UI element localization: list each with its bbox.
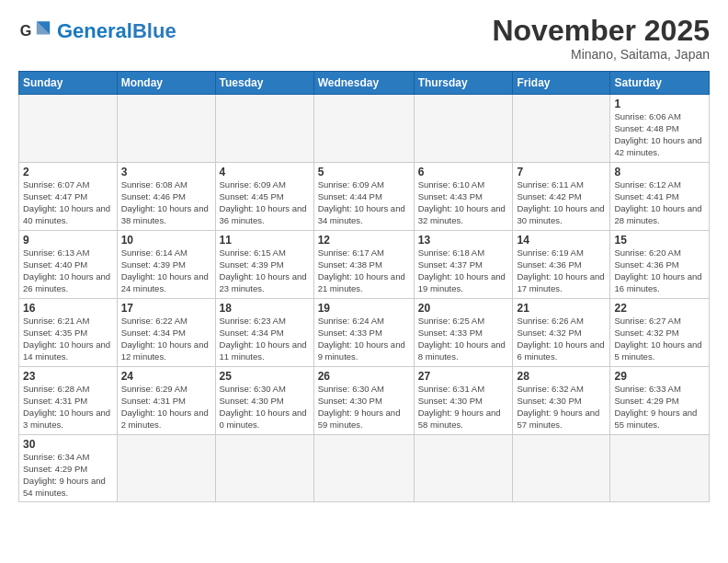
day-number: 27 <box>418 370 509 383</box>
day-info: Sunrise: 6:27 AM Sunset: 4:32 PM Dayligh… <box>614 316 705 362</box>
day-number: 1 <box>614 98 705 110</box>
day-info: Sunrise: 6:32 AM Sunset: 4:30 PM Dayligh… <box>517 384 606 431</box>
location: Minano, Saitama, Japan <box>492 47 710 62</box>
day-info: Sunrise: 6:10 AM Sunset: 4:43 PM Dayligh… <box>418 179 509 226</box>
day-info: Sunrise: 6:09 AM Sunset: 4:45 PM Dayligh… <box>220 179 310 226</box>
day-info: Sunrise: 6:08 AM Sunset: 4:46 PM Dayligh… <box>121 179 211 226</box>
logo-icon: G <box>18 15 51 48</box>
svg-text:G: G <box>20 22 32 39</box>
day-info: Sunrise: 6:23 AM Sunset: 4:34 PM Dayligh… <box>220 316 310 362</box>
day-info: Sunrise: 6:11 AM Sunset: 4:42 PM Dayligh… <box>517 179 606 226</box>
table-row: 3Sunrise: 6:08 AM Sunset: 4:46 PM Daylig… <box>117 163 215 231</box>
th-sunday: Sunday <box>19 72 118 95</box>
day-info: Sunrise: 6:26 AM Sunset: 4:32 PM Dayligh… <box>517 316 606 362</box>
day-number: 13 <box>418 234 509 247</box>
table-row: 23Sunrise: 6:28 AM Sunset: 4:31 PM Dayli… <box>19 367 118 435</box>
day-info: Sunrise: 6:19 AM Sunset: 4:36 PM Dayligh… <box>517 247 606 294</box>
day-info: Sunrise: 6:18 AM Sunset: 4:37 PM Dayligh… <box>418 247 509 294</box>
day-info: Sunrise: 6:14 AM Sunset: 4:39 PM Dayligh… <box>121 247 211 294</box>
table-row: 22Sunrise: 6:27 AM Sunset: 4:32 PM Dayli… <box>610 299 710 367</box>
day-info: Sunrise: 6:13 AM Sunset: 4:40 PM Dayligh… <box>23 247 113 294</box>
table-row <box>313 95 414 163</box>
table-row <box>215 435 313 502</box>
day-number: 6 <box>418 166 509 178</box>
th-tuesday: Tuesday <box>215 72 313 95</box>
table-row: 18Sunrise: 6:23 AM Sunset: 4:34 PM Dayli… <box>215 299 313 367</box>
month-title: November 2025 <box>492 15 710 47</box>
th-wednesday: Wednesday <box>313 72 414 95</box>
logo: G GeneralBlue <box>18 15 176 48</box>
day-number: 29 <box>614 370 705 383</box>
table-row <box>117 95 215 163</box>
table-row: 12Sunrise: 6:17 AM Sunset: 4:38 PM Dayli… <box>313 231 414 299</box>
day-number: 17 <box>121 302 211 315</box>
table-row: 11Sunrise: 6:15 AM Sunset: 4:39 PM Dayli… <box>215 231 313 299</box>
day-info: Sunrise: 6:31 AM Sunset: 4:30 PM Dayligh… <box>418 384 509 431</box>
day-number: 25 <box>220 370 310 383</box>
day-info: Sunrise: 6:09 AM Sunset: 4:44 PM Dayligh… <box>318 179 410 226</box>
table-row: 6Sunrise: 6:10 AM Sunset: 4:43 PM Daylig… <box>414 163 513 231</box>
day-number: 2 <box>23 166 113 178</box>
day-number: 20 <box>418 302 509 315</box>
day-number: 22 <box>614 302 705 315</box>
table-row: 1Sunrise: 6:06 AM Sunset: 4:48 PM Daylig… <box>610 95 710 163</box>
day-info: Sunrise: 6:07 AM Sunset: 4:47 PM Dayligh… <box>23 179 113 226</box>
day-number: 16 <box>23 302 113 315</box>
calendar-table: Sunday Monday Tuesday Wednesday Thursday… <box>18 71 710 502</box>
table-row <box>513 95 610 163</box>
day-number: 18 <box>220 302 310 315</box>
table-row: 21Sunrise: 6:26 AM Sunset: 4:32 PM Dayli… <box>513 299 610 367</box>
table-row: 7Sunrise: 6:11 AM Sunset: 4:42 PM Daylig… <box>513 163 610 231</box>
table-row: 8Sunrise: 6:12 AM Sunset: 4:41 PM Daylig… <box>610 163 710 231</box>
day-number: 14 <box>517 234 606 247</box>
page: G GeneralBlue November 2025 Minano, Sait… <box>0 0 728 511</box>
logo-blue: Blue <box>132 19 176 42</box>
table-row: 9Sunrise: 6:13 AM Sunset: 4:40 PM Daylig… <box>19 231 118 299</box>
day-number: 26 <box>318 370 410 383</box>
table-row: 17Sunrise: 6:22 AM Sunset: 4:34 PM Dayli… <box>117 299 215 367</box>
day-info: Sunrise: 6:06 AM Sunset: 4:48 PM Dayligh… <box>614 111 705 158</box>
day-info: Sunrise: 6:29 AM Sunset: 4:31 PM Dayligh… <box>121 384 211 431</box>
day-number: 8 <box>614 166 705 178</box>
day-info: Sunrise: 6:33 AM Sunset: 4:29 PM Dayligh… <box>614 384 705 431</box>
day-info: Sunrise: 6:15 AM Sunset: 4:39 PM Dayligh… <box>220 247 310 294</box>
day-number: 12 <box>318 234 410 247</box>
table-row <box>414 95 513 163</box>
day-number: 4 <box>220 166 310 178</box>
day-info: Sunrise: 6:22 AM Sunset: 4:34 PM Dayligh… <box>121 316 211 362</box>
table-row: 29Sunrise: 6:33 AM Sunset: 4:29 PM Dayli… <box>610 367 710 435</box>
day-number: 5 <box>318 166 410 178</box>
day-number: 3 <box>121 166 211 178</box>
table-row: 20Sunrise: 6:25 AM Sunset: 4:33 PM Dayli… <box>414 299 513 367</box>
table-row <box>19 95 118 163</box>
th-thursday: Thursday <box>414 72 513 95</box>
th-friday: Friday <box>513 72 610 95</box>
day-info: Sunrise: 6:24 AM Sunset: 4:33 PM Dayligh… <box>318 316 410 362</box>
day-info: Sunrise: 6:30 AM Sunset: 4:30 PM Dayligh… <box>220 384 310 431</box>
day-info: Sunrise: 6:25 AM Sunset: 4:33 PM Dayligh… <box>418 316 509 362</box>
table-row <box>215 95 313 163</box>
day-number: 7 <box>517 166 606 178</box>
logo-text: GeneralBlue <box>57 21 176 41</box>
day-number: 24 <box>121 370 211 383</box>
table-row: 2Sunrise: 6:07 AM Sunset: 4:47 PM Daylig… <box>19 163 118 231</box>
table-row: 28Sunrise: 6:32 AM Sunset: 4:30 PM Dayli… <box>513 367 610 435</box>
table-row: 16Sunrise: 6:21 AM Sunset: 4:35 PM Dayli… <box>19 299 118 367</box>
day-info: Sunrise: 6:12 AM Sunset: 4:41 PM Dayligh… <box>614 179 705 226</box>
weekday-row: Sunday Monday Tuesday Wednesday Thursday… <box>19 72 710 95</box>
day-number: 30 <box>23 438 113 451</box>
day-number: 15 <box>614 234 705 247</box>
day-number: 23 <box>23 370 113 383</box>
table-row <box>513 435 610 502</box>
day-number: 10 <box>121 234 211 247</box>
header: G GeneralBlue November 2025 Minano, Sait… <box>18 15 710 62</box>
logo-general: General <box>57 19 132 42</box>
calendar-body: 1Sunrise: 6:06 AM Sunset: 4:48 PM Daylig… <box>19 95 710 502</box>
day-number: 11 <box>220 234 310 247</box>
table-row: 4Sunrise: 6:09 AM Sunset: 4:45 PM Daylig… <box>215 163 313 231</box>
title-block: November 2025 Minano, Saitama, Japan <box>492 15 710 62</box>
table-row <box>414 435 513 502</box>
table-row: 15Sunrise: 6:20 AM Sunset: 4:36 PM Dayli… <box>610 231 710 299</box>
day-info: Sunrise: 6:21 AM Sunset: 4:35 PM Dayligh… <box>23 316 113 362</box>
day-number: 21 <box>517 302 606 315</box>
